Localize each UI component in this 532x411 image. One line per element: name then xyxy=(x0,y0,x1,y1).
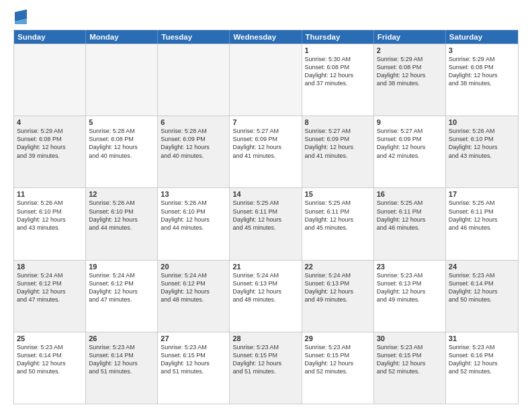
day-number: 28 xyxy=(232,334,298,342)
cal-cell: 1Sunrise: 5:30 AM Sunset: 6:08 PM Daylig… xyxy=(302,44,374,116)
day-number: 13 xyxy=(161,190,226,198)
cell-info: Sunrise: 5:25 AM Sunset: 6:11 PM Dayligh… xyxy=(377,199,443,232)
cal-cell: 11Sunrise: 5:26 AM Sunset: 6:10 PM Dayli… xyxy=(14,188,86,259)
header-cell-saturday: Saturday xyxy=(446,30,518,44)
calendar: SundayMondayTuesdayWednesdayThursdayFrid… xyxy=(13,30,519,404)
header-cell-monday: Monday xyxy=(86,30,158,44)
day-number: 14 xyxy=(232,190,298,198)
day-number: 26 xyxy=(89,334,154,342)
cell-info: Sunrise: 5:23 AM Sunset: 6:14 PM Dayligh… xyxy=(17,343,83,376)
cell-info: Sunrise: 5:29 AM Sunset: 6:08 PM Dayligh… xyxy=(449,55,515,88)
cal-cell: 12Sunrise: 5:26 AM Sunset: 6:10 PM Dayli… xyxy=(86,188,158,259)
cell-info: Sunrise: 5:23 AM Sunset: 6:14 PM Dayligh… xyxy=(89,343,154,376)
week-row-2: 4Sunrise: 5:29 AM Sunset: 6:08 PM Daylig… xyxy=(14,116,518,187)
cell-info: Sunrise: 5:24 AM Sunset: 6:12 PM Dayligh… xyxy=(89,271,154,304)
page: SundayMondayTuesdayWednesdayThursdayFrid… xyxy=(0,0,532,411)
cal-cell: 3Sunrise: 5:29 AM Sunset: 6:08 PM Daylig… xyxy=(446,44,518,116)
day-number: 16 xyxy=(377,190,443,198)
header-cell-friday: Friday xyxy=(374,30,446,44)
cal-cell: 25Sunrise: 5:23 AM Sunset: 6:14 PM Dayli… xyxy=(14,332,86,404)
day-number: 10 xyxy=(449,118,515,126)
cal-cell xyxy=(86,44,158,116)
cal-cell: 23Sunrise: 5:23 AM Sunset: 6:13 PM Dayli… xyxy=(374,261,446,332)
cell-info: Sunrise: 5:29 AM Sunset: 6:08 PM Dayligh… xyxy=(17,127,83,160)
week-row-5: 25Sunrise: 5:23 AM Sunset: 6:14 PM Dayli… xyxy=(14,332,518,404)
day-number: 24 xyxy=(449,263,515,271)
cell-info: Sunrise: 5:28 AM Sunset: 6:09 PM Dayligh… xyxy=(161,127,226,160)
cal-cell: 27Sunrise: 5:23 AM Sunset: 6:15 PM Dayli… xyxy=(158,332,230,404)
week-row-1: 1Sunrise: 5:30 AM Sunset: 6:08 PM Daylig… xyxy=(14,44,518,116)
cal-cell: 28Sunrise: 5:23 AM Sunset: 6:15 PM Dayli… xyxy=(230,332,302,404)
cal-cell: 4Sunrise: 5:29 AM Sunset: 6:08 PM Daylig… xyxy=(14,116,86,187)
cell-info: Sunrise: 5:23 AM Sunset: 6:15 PM Dayligh… xyxy=(161,343,226,376)
cal-cell: 7Sunrise: 5:27 AM Sunset: 6:09 PM Daylig… xyxy=(230,116,302,187)
header-cell-wednesday: Wednesday xyxy=(230,30,302,44)
cal-cell: 24Sunrise: 5:23 AM Sunset: 6:14 PM Dayli… xyxy=(446,261,518,332)
cal-cell: 17Sunrise: 5:25 AM Sunset: 6:11 PM Dayli… xyxy=(446,188,518,259)
day-number: 21 xyxy=(232,263,298,271)
cal-cell: 26Sunrise: 5:23 AM Sunset: 6:14 PM Dayli… xyxy=(86,332,158,404)
cal-cell: 8Sunrise: 5:27 AM Sunset: 6:09 PM Daylig… xyxy=(302,116,374,187)
day-number: 4 xyxy=(17,118,83,126)
day-number: 22 xyxy=(305,263,371,271)
day-number: 29 xyxy=(305,334,371,342)
week-row-4: 18Sunrise: 5:24 AM Sunset: 6:12 PM Dayli… xyxy=(14,260,518,332)
cal-cell: 14Sunrise: 5:25 AM Sunset: 6:11 PM Dayli… xyxy=(230,188,302,259)
day-number: 3 xyxy=(449,46,515,54)
cell-info: Sunrise: 5:26 AM Sunset: 6:10 PM Dayligh… xyxy=(17,199,83,232)
cal-cell: 9Sunrise: 5:27 AM Sunset: 6:09 PM Daylig… xyxy=(374,116,446,187)
day-number: 18 xyxy=(17,263,83,271)
logo-icon xyxy=(15,9,27,24)
header-cell-thursday: Thursday xyxy=(302,30,374,44)
day-number: 15 xyxy=(305,190,371,198)
cell-info: Sunrise: 5:29 AM Sunset: 6:08 PM Dayligh… xyxy=(377,55,443,88)
day-number: 8 xyxy=(305,118,371,126)
cal-cell xyxy=(230,44,302,116)
cal-cell: 21Sunrise: 5:24 AM Sunset: 6:13 PM Dayli… xyxy=(230,261,302,332)
cell-info: Sunrise: 5:27 AM Sunset: 6:09 PM Dayligh… xyxy=(305,127,371,160)
cal-cell: 29Sunrise: 5:23 AM Sunset: 6:15 PM Dayli… xyxy=(302,332,374,404)
cal-cell: 22Sunrise: 5:24 AM Sunset: 6:13 PM Dayli… xyxy=(302,261,374,332)
day-number: 25 xyxy=(17,334,83,342)
cell-info: Sunrise: 5:30 AM Sunset: 6:08 PM Dayligh… xyxy=(305,55,371,88)
cal-cell xyxy=(14,44,86,116)
day-number: 9 xyxy=(377,118,443,126)
calendar-header: SundayMondayTuesdayWednesdayThursdayFrid… xyxy=(14,30,518,44)
day-number: 6 xyxy=(161,118,226,126)
day-number: 23 xyxy=(377,263,443,271)
header-cell-sunday: Sunday xyxy=(14,30,86,44)
cell-info: Sunrise: 5:24 AM Sunset: 6:13 PM Dayligh… xyxy=(305,271,371,304)
day-number: 12 xyxy=(89,190,154,198)
cal-cell: 6Sunrise: 5:28 AM Sunset: 6:09 PM Daylig… xyxy=(158,116,230,187)
cell-info: Sunrise: 5:27 AM Sunset: 6:09 PM Dayligh… xyxy=(377,127,443,160)
day-number: 5 xyxy=(89,118,154,126)
cal-cell: 10Sunrise: 5:26 AM Sunset: 6:10 PM Dayli… xyxy=(446,116,518,187)
cal-cell: 18Sunrise: 5:24 AM Sunset: 6:12 PM Dayli… xyxy=(14,261,86,332)
cell-info: Sunrise: 5:26 AM Sunset: 6:10 PM Dayligh… xyxy=(89,199,154,232)
cal-cell: 16Sunrise: 5:25 AM Sunset: 6:11 PM Dayli… xyxy=(374,188,446,259)
cell-info: Sunrise: 5:26 AM Sunset: 6:10 PM Dayligh… xyxy=(449,127,515,160)
cal-cell: 30Sunrise: 5:23 AM Sunset: 6:15 PM Dayli… xyxy=(374,332,446,404)
cal-cell: 20Sunrise: 5:24 AM Sunset: 6:12 PM Dayli… xyxy=(158,261,230,332)
day-number: 20 xyxy=(161,263,226,271)
day-number: 17 xyxy=(449,190,515,198)
cal-cell: 19Sunrise: 5:24 AM Sunset: 6:12 PM Dayli… xyxy=(86,261,158,332)
cal-cell: 2Sunrise: 5:29 AM Sunset: 6:08 PM Daylig… xyxy=(374,44,446,116)
logo xyxy=(13,11,27,24)
cal-cell: 31Sunrise: 5:23 AM Sunset: 6:16 PM Dayli… xyxy=(446,332,518,404)
day-number: 27 xyxy=(161,334,226,342)
cell-info: Sunrise: 5:24 AM Sunset: 6:13 PM Dayligh… xyxy=(232,271,298,304)
cal-cell: 15Sunrise: 5:25 AM Sunset: 6:11 PM Dayli… xyxy=(302,188,374,259)
cell-info: Sunrise: 5:23 AM Sunset: 6:15 PM Dayligh… xyxy=(305,343,371,376)
cal-cell: 5Sunrise: 5:28 AM Sunset: 6:08 PM Daylig… xyxy=(86,116,158,187)
week-row-3: 11Sunrise: 5:26 AM Sunset: 6:10 PM Dayli… xyxy=(14,187,518,259)
cell-info: Sunrise: 5:23 AM Sunset: 6:16 PM Dayligh… xyxy=(449,343,515,376)
cell-info: Sunrise: 5:27 AM Sunset: 6:09 PM Dayligh… xyxy=(232,127,298,160)
day-number: 11 xyxy=(17,190,83,198)
day-number: 31 xyxy=(449,334,515,342)
cal-cell xyxy=(158,44,230,116)
cell-info: Sunrise: 5:28 AM Sunset: 6:08 PM Dayligh… xyxy=(89,127,154,160)
cell-info: Sunrise: 5:26 AM Sunset: 6:10 PM Dayligh… xyxy=(161,199,226,232)
calendar-body: 1Sunrise: 5:30 AM Sunset: 6:08 PM Daylig… xyxy=(14,44,518,404)
cell-info: Sunrise: 5:25 AM Sunset: 6:11 PM Dayligh… xyxy=(305,199,371,232)
